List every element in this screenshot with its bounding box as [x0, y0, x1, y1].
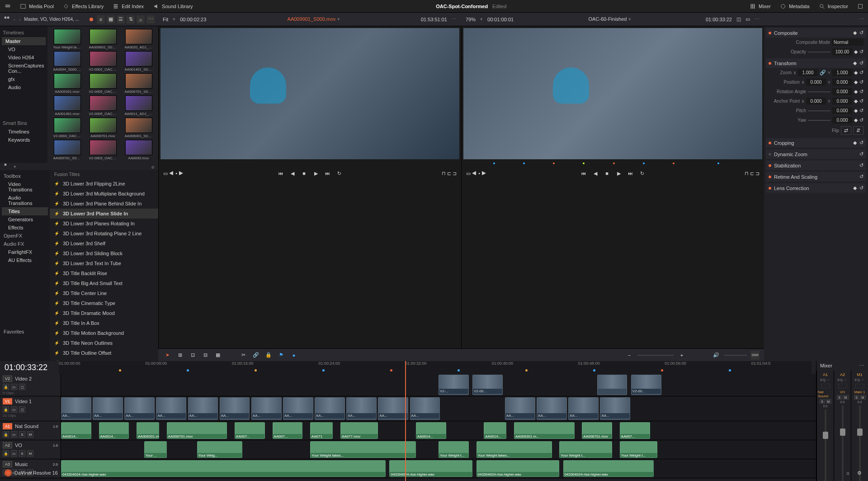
search-icon[interactable]: ⌕: [137, 15, 145, 24]
link-tool[interactable]: 🔗: [251, 351, 260, 360]
media-thumb[interactable]: Your Weight takes...: [50, 29, 84, 49]
fx-fairlightfx[interactable]: FairlightFX: [2, 248, 48, 256]
media-thumb[interactable]: AA009601_S000...: [86, 29, 120, 49]
match-frame-icon[interactable]: ⊓: [442, 171, 446, 176]
retime-header[interactable]: Retime And Scaling: [774, 174, 817, 180]
video-clip[interactable]: AA...: [156, 397, 186, 420]
audio-clip[interactable]: Your Weight takes...: [476, 441, 552, 458]
dynamic-zoom-header[interactable]: Dynamic Zoom: [774, 152, 807, 157]
tl-nav-prev[interactable]: ⯇: [472, 171, 477, 176]
v2-mute[interactable]: ◻: [19, 384, 25, 390]
a2-solo[interactable]: S: [19, 450, 25, 457]
overwrite-tool[interactable]: ⊡: [188, 351, 197, 360]
nav-fwd-icon[interactable]: ›: [19, 17, 21, 22]
a2-track[interactable]: Your ...Your Weig...Your Weight takes...…: [61, 440, 816, 459]
mixer-strip[interactable]: A1EQ ⟋Nat SoundSM0.0: [816, 371, 834, 481]
media-thumb[interactable]: AA001401.mov: [50, 95, 84, 116]
media-thumb[interactable]: AA0093.mov: [122, 140, 156, 160]
audiofx-header[interactable]: Audio FX: [2, 240, 48, 248]
media-thumb[interactable]: AA001401_S000...: [122, 51, 156, 71]
dim-button[interactable]: DIM: [750, 351, 760, 360]
media-thumb[interactable]: AA008701.mov: [86, 118, 120, 138]
pitch-kf[interactable]: ◆: [854, 108, 858, 114]
tl-more-icon[interactable]: ⋯: [755, 16, 760, 22]
title-item[interactable]: ⚡3D Title Neon Outlines: [50, 338, 158, 348]
audio-clip[interactable]: AA008701.mov: [167, 422, 227, 439]
pos-y[interactable]: 0.000: [832, 79, 852, 86]
media-thumb[interactable]: AA009701_S000...: [50, 140, 84, 160]
v1-lock[interactable]: 🔒: [3, 406, 9, 413]
viewer-fit-dropdown[interactable]: Fit: [163, 17, 168, 22]
composite-reset-icon[interactable]: ↺: [859, 30, 863, 36]
media-pool-button[interactable]: Media Pool: [20, 3, 54, 10]
audio-clip[interactable]: AA077.mov: [340, 422, 378, 439]
v1-enable[interactable]: ▭: [11, 406, 17, 413]
v1-track[interactable]: AA...AA...AA...AA...AA...AA...AA...AA...…: [61, 396, 816, 421]
timeline-scrubber[interactable]: [463, 161, 762, 167]
yaw-value[interactable]: 0.000: [832, 117, 852, 124]
sort-icon[interactable]: ⇅: [127, 15, 135, 24]
timeline-ruler[interactable]: 01:00:00:0001:00:08:0001:00:16:0001:00:2…: [59, 361, 811, 374]
tl-nav-next[interactable]: ⯈: [481, 171, 486, 176]
source-scrubber[interactable]: [160, 161, 459, 167]
title-item[interactable]: ⚡3D Lower 3rd Flipping 2Line: [50, 179, 158, 189]
media-thumb[interactable]: V2-0003_OAC We...: [86, 140, 120, 160]
a2-lock[interactable]: 🔒: [3, 450, 9, 457]
zoom-kf[interactable]: ◆: [854, 70, 858, 76]
video-clip[interactable]: AA...: [346, 397, 377, 420]
title-item[interactable]: ⚡3D Lower 3rd Plane Slide In: [50, 209, 158, 219]
tl-play-button[interactable]: ▶: [615, 169, 623, 177]
source-viewer[interactable]: [160, 28, 459, 159]
audio-clip[interactable]: Your Weight t...: [439, 441, 469, 458]
composite-header[interactable]: Composite: [774, 30, 798, 36]
audio-clip[interactable]: AA008701.mov: [582, 422, 612, 439]
tl-out-icon[interactable]: ⊐: [755, 171, 760, 176]
play-button[interactable]: ▶: [312, 169, 320, 177]
title-item[interactable]: ⚡3D Title In A Box: [50, 318, 158, 328]
mixer-strip[interactable]: M1EQ ⟋Main 1SM0.0: [851, 371, 868, 481]
tl-loop-button[interactable]: ↻: [638, 169, 646, 177]
anchor-kf[interactable]: ◆: [854, 98, 858, 104]
audio-clip[interactable]: Your Weight t...: [620, 441, 658, 458]
media-thumb[interactable]: AA005201.mov: [50, 73, 84, 94]
folder-video-h264[interactable]: Video H264: [2, 53, 46, 62]
audio-clip[interactable]: AA008301.m...: [137, 422, 159, 439]
video-clip[interactable]: AA...: [251, 397, 282, 420]
flip-h-button[interactable]: ⇄: [841, 126, 851, 135]
loop-button[interactable]: ↻: [335, 169, 344, 177]
title-item[interactable]: ⚡3D Title Motion Background: [50, 328, 158, 338]
source-nav-next[interactable]: ⯈: [179, 171, 184, 176]
title-item[interactable]: ⚡3D Lower 3rd Planes Rotating In: [50, 219, 158, 229]
media-thumb[interactable]: AA008701_S000...: [122, 73, 156, 94]
pitch-reset[interactable]: ↺: [859, 108, 863, 114]
pos-x[interactable]: 0.000: [806, 79, 826, 86]
prev-frame-button[interactable]: ◀: [288, 169, 297, 177]
volume-slider[interactable]: [724, 355, 747, 356]
media-thumb[interactable]: AA0020_ADJ_S000...: [122, 29, 156, 49]
tl-first-frame-button[interactable]: ⏮: [580, 169, 588, 177]
rotation-slider[interactable]: [808, 91, 830, 92]
a1-track[interactable]: AA0014...AA0014...AA008301.m...AA008701.…: [61, 421, 816, 440]
composite-mode-dropdown[interactable]: Normal: [832, 39, 863, 46]
media-thumb[interactable]: AA006001_S000...: [122, 118, 156, 138]
insert-tool[interactable]: ⊞: [175, 351, 184, 360]
title-item[interactable]: ⚡3D Lower 3rd Sliding Block: [50, 248, 158, 258]
thumb-view-icon[interactable]: ▦: [107, 15, 115, 24]
flag-tool[interactable]: ⚑: [277, 351, 286, 360]
tl-nav-dot[interactable]: •: [478, 171, 480, 176]
first-frame-button[interactable]: ⏮: [277, 169, 285, 177]
link-zoom-icon[interactable]: 🔗: [820, 70, 826, 76]
audio-clip[interactable]: Your Weight takes...: [310, 441, 416, 458]
more-icon[interactable]: ⋯: [146, 15, 155, 24]
fx-aueffects[interactable]: AU Effects: [2, 256, 48, 264]
fx-video-transitions[interactable]: Video Transitions: [2, 180, 48, 194]
openfx-header[interactable]: OpenFX: [2, 232, 48, 240]
a1-solo[interactable]: S: [19, 431, 25, 438]
mixer-strip[interactable]: A2EQ ⟋VOSM0.0: [834, 371, 851, 481]
video-clip[interactable]: AA...: [568, 397, 599, 420]
folder-master[interactable]: Master: [2, 37, 46, 45]
fx-panel-icon[interactable]: [4, 163, 10, 170]
v1-mute[interactable]: ◻: [19, 406, 25, 413]
zoom-slider-minus[interactable]: −: [625, 351, 634, 360]
tl-stop-button[interactable]: ■: [603, 169, 611, 177]
